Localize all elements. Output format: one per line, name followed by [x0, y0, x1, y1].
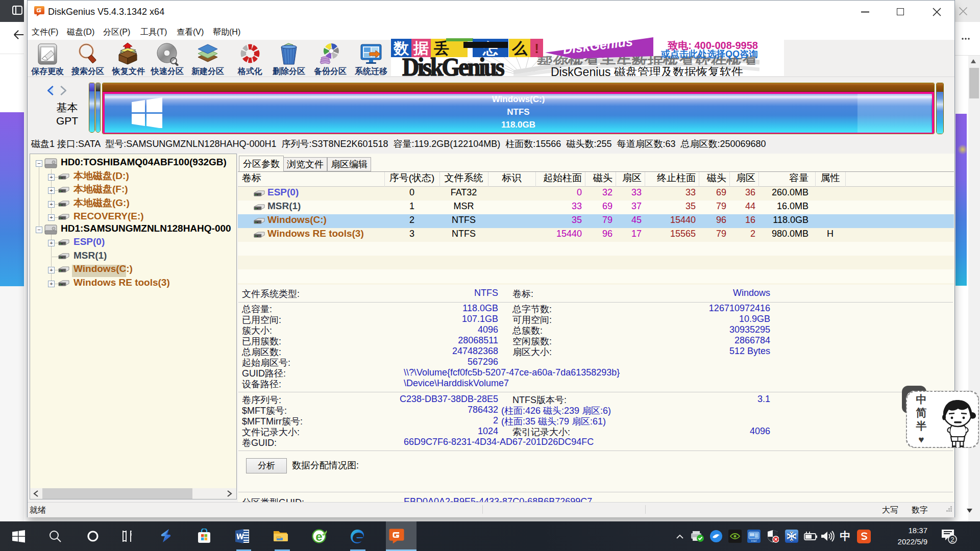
svg-text:intel: intel [751, 539, 756, 542]
svg-text:2: 2 [951, 536, 954, 543]
svg-text:e: e [315, 530, 322, 543]
